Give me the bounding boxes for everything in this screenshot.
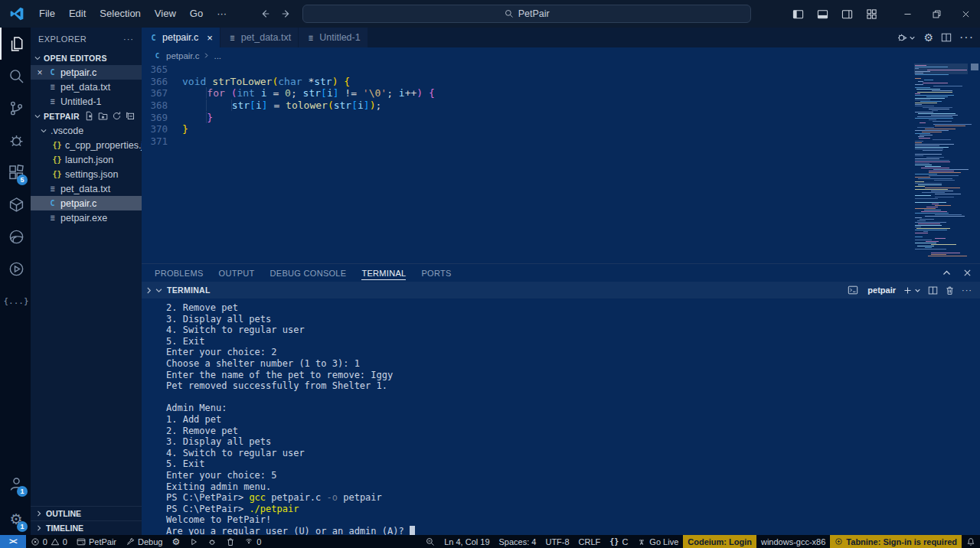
run-status-icon[interactable]: [185, 535, 203, 548]
snippets-extension-icon[interactable]: {...}: [0, 285, 31, 317]
code-line[interactable]: 371: [142, 135, 980, 148]
explorer-icon[interactable]: [0, 28, 31, 60]
outline-section-header[interactable]: OUTLINE: [31, 506, 142, 520]
open-editor-untitled-1[interactable]: ≡ Untitled-1: [31, 94, 142, 109]
settings-gear-icon[interactable]: ⚙ 1: [0, 503, 31, 535]
edge-devtools-extension-icon[interactable]: [0, 220, 31, 253]
tree-file-petpair-c[interactable]: C petpair.c: [31, 196, 142, 210]
editor-scrollbar-thumb[interactable]: [971, 64, 978, 70]
terminal-more-actions-icon[interactable]: ···: [962, 285, 972, 295]
panel-tab-problems[interactable]: PROBLEMS: [148, 264, 211, 282]
panel-tab-terminal[interactable]: TERMINAL: [354, 264, 413, 282]
source-control-icon[interactable]: [0, 92, 31, 124]
project-section-header[interactable]: PETPAIR: [31, 109, 142, 123]
indentation-status[interactable]: Spaces: 4: [495, 535, 541, 548]
close-panel-icon[interactable]: [962, 268, 972, 278]
menu-file[interactable]: File: [32, 0, 62, 28]
extensions-icon[interactable]: 5: [0, 156, 31, 188]
codeium-login-status[interactable]: Codeium: Login: [683, 535, 756, 548]
eol-status[interactable]: CRLF: [574, 535, 606, 548]
panel-tab-debug-console[interactable]: DEBUG CONSOLE: [263, 264, 354, 282]
close-tab-icon[interactable]: ×: [207, 32, 213, 44]
editor-settings-gear-icon[interactable]: ⚙: [923, 31, 933, 44]
tabnine-status[interactable]: Tabnine: Sign-in is required: [830, 535, 962, 548]
tab-petpair-c[interactable]: C petpair.c ×: [142, 28, 220, 47]
run-and-debug-icon[interactable]: [0, 124, 31, 156]
remote-indicator[interactable]: ><: [0, 535, 26, 548]
menu-edit[interactable]: Edit: [62, 0, 93, 28]
restore-button[interactable]: [922, 0, 951, 28]
accounts-icon[interactable]: 1: [0, 468, 31, 500]
split-editor-icon[interactable]: [941, 32, 952, 43]
go-live-status[interactable]: Go Live: [632, 535, 683, 548]
problems-status[interactable]: 0 0: [26, 535, 72, 548]
maximize-panel-icon[interactable]: [942, 268, 952, 278]
split-terminal-icon[interactable]: [928, 285, 938, 295]
toggle-sidebar-icon[interactable]: [787, 0, 808, 28]
code-line[interactable]: 369 }: [142, 112, 980, 124]
chevron-down-icon[interactable]: [155, 286, 163, 295]
forward-arrow-icon[interactable]: [281, 8, 292, 19]
docker-extension-icon[interactable]: [0, 188, 31, 220]
project-status[interactable]: PetPair: [72, 535, 121, 548]
close-editor-icon[interactable]: ×: [35, 68, 44, 77]
explorer-more-actions-icon[interactable]: ···: [123, 34, 134, 44]
toggle-secondary-sidebar-icon[interactable]: [836, 0, 858, 28]
encoding-status[interactable]: UTF-8: [541, 535, 573, 548]
new-terminal-button[interactable]: [903, 285, 921, 295]
code-editor[interactable]: 365366void strToLower(char *str) {367 fo…: [142, 64, 980, 263]
tab-untitled-1[interactable]: ≡ Untitled-1: [299, 28, 368, 47]
customize-layout-icon[interactable]: [861, 0, 882, 28]
trash-status-icon[interactable]: [221, 535, 240, 548]
code-line[interactable]: 365: [142, 64, 980, 76]
tree-file-launch-json[interactable]: {} launch.json: [31, 152, 142, 167]
new-file-icon[interactable]: [84, 111, 94, 121]
tree-folder-vscode[interactable]: .vscode: [31, 123, 142, 138]
menu-go[interactable]: Go: [183, 0, 210, 28]
notifications-bell-icon[interactable]: [962, 535, 980, 548]
menu-view[interactable]: View: [148, 0, 183, 28]
language-mode-status[interactable]: {} C: [605, 535, 632, 548]
tree-file-c-cpp-properties[interactable]: {} c_cpp_properties.json: [31, 138, 142, 152]
collapse-all-icon[interactable]: [126, 111, 136, 121]
debug-profile-status[interactable]: Debug: [121, 535, 167, 548]
timeline-section-header[interactable]: TIMELINE: [31, 520, 142, 535]
close-window-button[interactable]: [951, 0, 980, 28]
tab-pet-data-txt[interactable]: ≡ pet_data.txt: [220, 28, 299, 47]
panel-tab-output[interactable]: OUTPUT: [212, 264, 262, 282]
ports-status[interactable]: 0: [240, 535, 266, 548]
minimap-slider[interactable]: [914, 64, 968, 74]
editor-more-actions-icon[interactable]: ···: [959, 31, 974, 44]
minimize-button[interactable]: [893, 0, 922, 28]
expand-terminal-tabs-icon[interactable]: [145, 286, 153, 295]
cursor-position-status[interactable]: Ln 4, Col 19: [439, 535, 494, 548]
refresh-icon[interactable]: [112, 111, 122, 121]
code-line[interactable]: 368 str[i] = tolower(str[i]);: [142, 99, 980, 112]
code-line[interactable]: 370}: [142, 123, 980, 135]
debug-status-icon[interactable]: [203, 535, 221, 548]
terminal-output[interactable]: 2. Remove pet3. Display all pets4. Switc…: [142, 298, 980, 535]
open-editors-header[interactable]: OPEN EDITORS: [31, 51, 142, 65]
open-editor-pet-data-txt[interactable]: ≡ pet_data.txt: [31, 80, 142, 94]
debug-run-file-icon[interactable]: [897, 32, 916, 44]
toggle-panel-icon[interactable]: [812, 0, 833, 28]
tree-file-petpair-exe[interactable]: ≡ petpair.exe: [31, 210, 142, 225]
settings-status-icon[interactable]: ⚙: [167, 535, 185, 548]
tree-file-settings-json[interactable]: {} settings.json: [31, 167, 142, 181]
menu-selection[interactable]: Selection: [93, 0, 147, 28]
code-line[interactable]: 366void strToLower(char *str) {: [142, 76, 980, 88]
back-arrow-icon[interactable]: [260, 8, 270, 19]
breadcrumb[interactable]: C petpair.c ...: [142, 47, 980, 64]
terminal-profile-dropdown-icon[interactable]: [914, 287, 921, 294]
menu-overflow[interactable]: ···: [210, 0, 234, 28]
search-sidebar-icon[interactable]: [0, 60, 31, 92]
compiler-status[interactable]: windows-gcc-x86: [756, 535, 830, 548]
minimap[interactable]: [914, 65, 968, 259]
kill-terminal-icon[interactable]: [945, 285, 955, 295]
open-editor-petpair-c[interactable]: × C petpair.c: [31, 65, 142, 80]
code-line[interactable]: 367 for (int i = 0; str[i] != '\0'; i++)…: [142, 87, 980, 99]
zoom-indicator-icon[interactable]: [421, 535, 439, 548]
live-preview-extension-icon[interactable]: [0, 253, 31, 285]
command-center-search[interactable]: PetPair: [302, 5, 751, 23]
tree-file-pet-data-txt[interactable]: ≡ pet_data.txt: [31, 181, 142, 196]
